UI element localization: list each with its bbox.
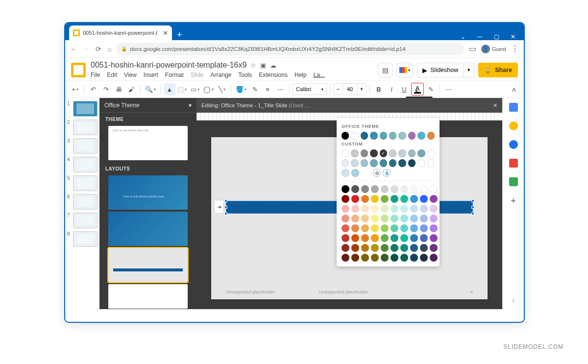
nav-back-button[interactable]: ←: [70, 45, 77, 53]
color-swatch[interactable]: [391, 244, 398, 252]
color-swatch[interactable]: [371, 185, 379, 193]
color-swatch[interactable]: [370, 159, 377, 167]
border-color-button[interactable]: ✎: [249, 83, 261, 95]
menu-insert[interactable]: Insert: [144, 72, 158, 78]
color-swatch[interactable]: [361, 224, 369, 232]
color-swatch[interactable]: [391, 205, 398, 213]
border-dash-button[interactable]: ⋯: [274, 83, 286, 95]
window-maximize-button[interactable]: ▢: [493, 33, 499, 40]
redo-button[interactable]: ↷: [100, 83, 112, 95]
window-chevron-icon[interactable]: ⌄: [460, 33, 466, 40]
color-swatch[interactable]: [391, 254, 398, 262]
font-size-value[interactable]: 40: [343, 83, 357, 95]
move-folder-icon[interactable]: ▣: [260, 62, 266, 69]
color-swatch[interactable]: [427, 159, 435, 167]
print-button[interactable]: 🖶: [113, 83, 124, 95]
color-swatch[interactable]: [410, 205, 418, 213]
color-swatch[interactable]: [391, 224, 398, 232]
color-swatch[interactable]: [410, 234, 418, 242]
color-swatch[interactable]: [351, 159, 358, 167]
color-swatch[interactable]: [371, 205, 379, 213]
color-swatch[interactable]: [351, 224, 359, 232]
collapse-toolbar-button[interactable]: ʌ: [508, 83, 520, 95]
color-swatch[interactable]: [351, 234, 359, 242]
color-swatch[interactable]: [398, 159, 406, 167]
color-swatch[interactable]: [400, 244, 408, 252]
shape-button[interactable]: ◯: [202, 83, 215, 95]
font-size-decrease[interactable]: −: [333, 83, 343, 95]
color-swatch[interactable]: [351, 169, 359, 177]
color-swatch[interactable]: [351, 254, 359, 262]
menu-file[interactable]: File: [91, 72, 100, 78]
color-swatch[interactable]: [400, 195, 408, 203]
color-swatch[interactable]: [351, 149, 358, 157]
menu-view[interactable]: View: [124, 72, 137, 78]
color-swatch[interactable]: [420, 195, 428, 203]
color-swatch[interactable]: [342, 224, 349, 232]
thumb-5[interactable]: [73, 175, 98, 191]
eyedropper-button[interactable]: 💧: [383, 169, 391, 177]
more-tools-button[interactable]: ⋯: [443, 83, 455, 95]
color-swatch[interactable]: [342, 185, 349, 193]
color-swatch[interactable]: [371, 215, 379, 222]
color-swatch[interactable]: [420, 215, 428, 222]
italic-button[interactable]: I: [386, 83, 397, 95]
color-swatch[interactable]: [361, 132, 368, 140]
nav-reload-button[interactable]: ⟳: [96, 45, 101, 53]
color-swatch[interactable]: [361, 195, 369, 203]
color-swatch[interactable]: [400, 205, 408, 213]
comments-button[interactable]: ▤: [378, 63, 392, 77]
image-button[interactable]: ▭: [189, 83, 201, 95]
address-bar[interactable]: 🔒 docs.google.com/presentation/d/1Vs8x22…: [116, 43, 464, 55]
nav-forward-button[interactable]: →: [83, 45, 90, 53]
thumb-2[interactable]: [73, 120, 98, 135]
browser-tab[interactable]: 0051-hoshin-kanri-powerpoint-t ✕: [69, 25, 172, 40]
menu-format[interactable]: Format: [165, 72, 184, 78]
color-swatch[interactable]: [351, 205, 359, 213]
color-swatch[interactable]: [391, 234, 398, 242]
select-tool[interactable]: ▲: [164, 83, 175, 95]
panel-icon[interactable]: ▭: [469, 44, 476, 53]
color-swatch[interactable]: [398, 149, 406, 157]
color-swatch[interactable]: [410, 244, 418, 252]
color-swatch[interactable]: [430, 215, 438, 222]
color-swatch[interactable]: [391, 215, 398, 222]
color-swatch[interactable]: [389, 149, 396, 157]
color-swatch[interactable]: [361, 254, 369, 262]
color-swatch[interactable]: [381, 215, 389, 222]
color-swatch[interactable]: [389, 159, 396, 167]
cloud-status-icon[interactable]: ☁: [270, 62, 276, 69]
color-swatch[interactable]: [400, 234, 408, 242]
color-swatch[interactable]: [371, 254, 379, 262]
color-swatch[interactable]: [420, 224, 428, 232]
bold-button[interactable]: B: [373, 83, 385, 95]
color-swatch[interactable]: [400, 254, 408, 262]
color-swatch[interactable]: [420, 185, 428, 193]
color-swatch[interactable]: [342, 195, 349, 203]
line-button[interactable]: ╲: [216, 83, 228, 95]
color-swatch[interactable]: [391, 195, 398, 203]
slideshow-dropdown[interactable]: ▼: [464, 63, 474, 77]
theme-master-card[interactable]: Click to edit theme title style: [108, 126, 188, 160]
layout-card-4[interactable]: [108, 284, 188, 309]
color-swatch[interactable]: [430, 254, 438, 262]
color-swatch[interactable]: [351, 244, 359, 252]
color-swatch[interactable]: [380, 149, 387, 157]
color-swatch[interactable]: [342, 149, 349, 157]
document-title[interactable]: 0051-hoshin-kanri-powerpoint-template-16…: [91, 61, 246, 70]
outdent-handle-icon[interactable]: ⇥: [214, 200, 224, 214]
menu-overflow[interactable]: La...: [314, 72, 325, 78]
color-swatch[interactable]: [408, 132, 416, 140]
menu-arrange[interactable]: Arrange: [211, 72, 232, 78]
color-swatch[interactable]: [371, 244, 379, 252]
color-swatch[interactable]: [430, 185, 438, 193]
color-swatch[interactable]: [430, 244, 438, 252]
color-swatch[interactable]: [342, 234, 349, 242]
highlight-button[interactable]: ✎: [425, 83, 437, 95]
thumb-8[interactable]: [73, 231, 98, 247]
color-swatch[interactable]: [351, 132, 358, 140]
layout-card-2[interactable]: [108, 212, 188, 246]
tab-close-icon[interactable]: ✕: [163, 29, 168, 37]
window-close-button[interactable]: ✕: [510, 33, 516, 40]
new-tab-button[interactable]: +: [172, 28, 187, 40]
